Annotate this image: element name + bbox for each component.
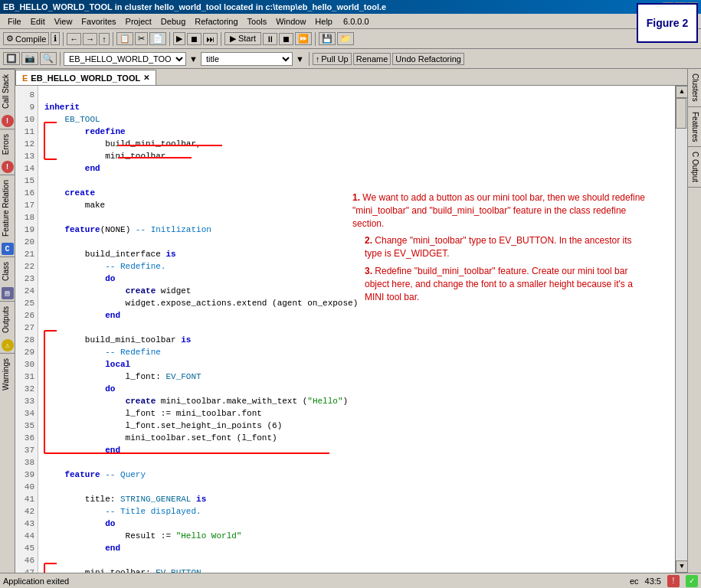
right-sidebar: Clusters Features C Output [687,69,701,573]
code-line-36: mini_toolbar.set_font (l_font) [44,432,669,444]
menu-view[interactable]: View [50,15,77,28]
tb-btn3[interactable]: 📋 [116,32,133,45]
window-title: EB_HELLO_WORLD_TOOL in cluster hello_wor… [3,2,386,11]
dropdown-arrow1[interactable]: ▼ [188,54,199,64]
feature-relation-icon[interactable]: ! [2,161,14,173]
code-line-25: widget.expose_actions.extend (agent on_e… [44,297,669,309]
tb-btn10[interactable]: ⏹ [279,33,293,45]
start-label: Start [238,34,256,43]
tb-btn11[interactable]: ⏩ [295,32,312,45]
menu-favorites[interactable]: Favorites [77,15,120,28]
code-line-8 [44,89,669,101]
compile-icon: ⚙ [6,34,14,44]
code-line-39: feature -- Query [44,469,669,481]
feature-relation-panel[interactable]: Feature Relation [0,175,15,241]
dropdown-arrow2[interactable]: ▼ [294,54,306,64]
outputs-panel[interactable]: Outputs [0,301,15,338]
code-line-28: build_mini_toolbar is [44,334,669,346]
start-button[interactable]: ▶ Start [224,32,261,45]
menu-refactoring[interactable]: Refactoring [190,15,242,28]
info-button[interactable]: ℹ [51,32,60,45]
menu-project[interactable]: Project [121,15,156,28]
save-button[interactable]: 💾 [319,32,336,45]
tb-btn9[interactable]: ⏸ [263,33,277,45]
scroll-down-button[interactable]: ▼ [676,560,687,573]
pull-up-button[interactable]: ↑ Pull Up [313,53,352,65]
tb-save2[interactable]: 📁 [337,32,354,45]
tb-btn7[interactable]: ⏹ [187,33,201,45]
code-line-32: do [44,383,669,395]
class-icon[interactable]: C [2,243,14,255]
code-line-10: EB_TOOL [44,113,669,126]
small-icon3[interactable]: 🔍 [40,52,57,65]
call-stack-panel[interactable]: Call Stack [0,69,15,113]
code-line-27 [44,322,669,334]
menu-debug[interactable]: Debug [156,15,190,28]
code-line-15 [44,175,669,187]
code-line-42: -- Title displayed. [44,505,669,518]
status-error-icon: ! [667,575,680,587]
editor-tab[interactable]: E EB_HELLO_WORLD_TOOL ✕ [15,70,156,85]
scroll-up-button[interactable]: ▲ [676,86,687,98]
code-content[interactable]: inherit EB_TOOL redefine build_mini_tool… [38,86,675,573]
status-ok-icon: ✓ [686,575,698,587]
clusters-tab[interactable]: Clusters [688,69,701,107]
code-line-40 [44,481,669,493]
code-line-18 [44,211,669,224]
code-line-11: redefine [44,126,669,138]
feature-dropdown[interactable]: title [201,52,293,66]
rename-button[interactable]: Rename [353,53,391,65]
pull-up-label: Pull Up [321,54,348,64]
tab-close-button[interactable]: ✕ [143,74,149,82]
code-line-38 [44,456,669,469]
sep4 [221,32,221,46]
tb-btn8[interactable]: ⏭ [203,33,218,45]
code-line-16: create [44,187,669,199]
code-line-24: create widget [44,285,669,297]
scroll-track[interactable] [676,98,687,560]
figure-label: Figure 2 [637,3,698,43]
code-line-41: title: STRING_GENERAL is [44,493,669,505]
code-line-12: build_mini_toolbar, [44,138,669,150]
up-button[interactable]: ↑ [99,33,110,45]
features-tab[interactable]: Features [688,107,701,147]
pull-up-icon: ↑ [316,54,320,64]
warnings-icon[interactable]: ⚠ [2,339,14,351]
undo-refactoring-button[interactable]: Undo Refactoring [392,53,464,65]
small-icon1[interactable]: 🔲 [3,52,20,65]
menu-edit[interactable]: Edit [26,15,50,28]
tb-btn4[interactable]: ✂ [135,32,148,45]
code-line-21: build_interface is [44,248,669,260]
c-output-tab[interactable]: C Output [688,147,701,188]
class-panel[interactable]: Class [0,256,15,286]
tb-btn6[interactable]: ▶ [173,32,185,45]
menu-window[interactable]: Window [271,15,310,28]
menu-file[interactable]: File [3,15,26,28]
menu-help[interactable]: Help [310,15,337,28]
code-line-22: -- Redefine. [44,260,669,273]
editor-area: E EB_HELLO_WORLD_TOOL ✕ 8 9 10 11 12 13 … [15,69,687,573]
compile-button[interactable]: ⚙ Compile [3,32,49,45]
code-line-45: end [44,542,669,554]
class-dropdown[interactable]: EB_HELLO_WORLD_TOOL [64,52,186,66]
errors-panel[interactable]: Errors [0,129,15,159]
forward-button[interactable]: → [83,33,97,45]
menu-tools[interactable]: Tools [243,15,272,28]
tb-btn5[interactable]: 📄 [149,32,166,45]
code-line-29: -- Redefine [44,346,669,358]
scrollbar[interactable]: ▲ ▼ [675,86,687,573]
errors-icon[interactable]: ! [2,115,14,127]
tab-icon: E [22,74,28,83]
warnings-panel[interactable]: Warnings [0,353,15,395]
sep1 [63,32,64,46]
scroll-thumb[interactable] [676,98,686,129]
sep3 [169,32,170,46]
code-line-31: l_font: EV_FONT [44,371,669,383]
small-icon2[interactable]: 📷 [21,52,38,65]
undo-refactor-label: Undo Refactoring [395,54,461,64]
outputs-icon[interactable]: ▤ [2,287,14,299]
back-button[interactable]: ← [67,33,81,45]
code-editor[interactable]: 8 9 10 11 12 13 14 15 16 17 18 19 20 21 … [15,86,687,573]
start-icon: ▶ [230,34,236,43]
sep7 [309,52,310,66]
